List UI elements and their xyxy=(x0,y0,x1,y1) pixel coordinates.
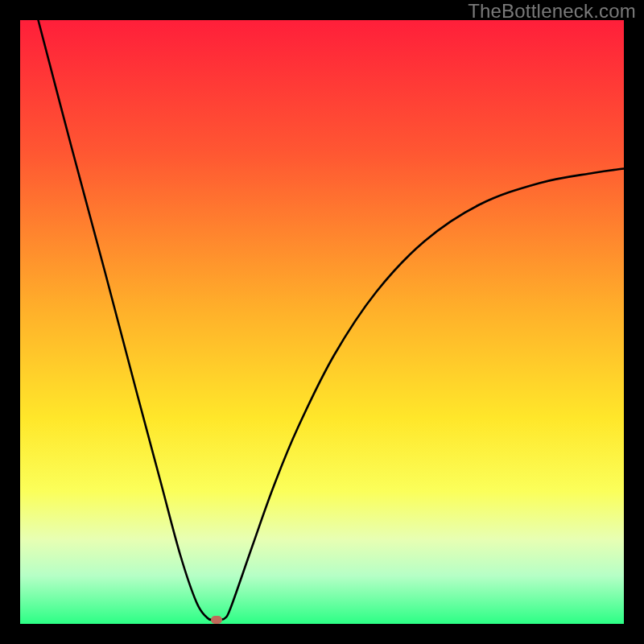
plot-area xyxy=(20,20,624,624)
bottleneck-curve xyxy=(39,20,625,620)
curve-svg xyxy=(20,20,624,624)
watermark-text: TheBottleneck.com xyxy=(468,0,636,23)
chart-frame: TheBottleneck.com xyxy=(0,0,644,644)
min-marker xyxy=(211,616,222,624)
